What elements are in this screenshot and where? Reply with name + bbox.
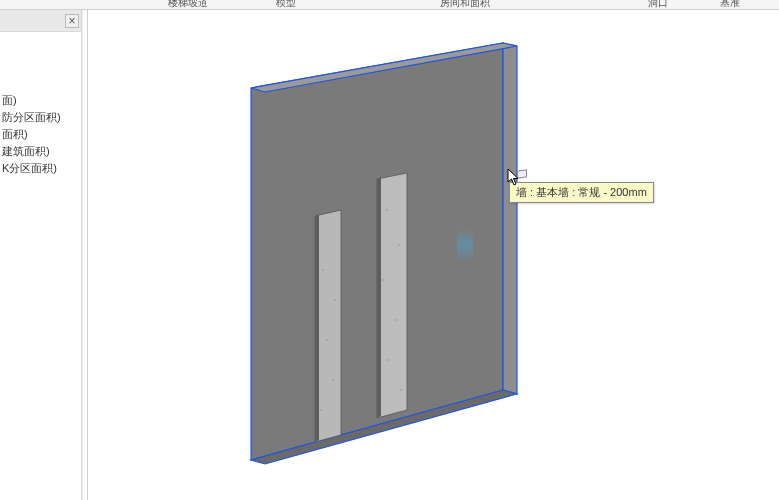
ribbon-group-room-area: 房间和面积 — [440, 0, 490, 10]
svg-point-4 — [320, 409, 321, 410]
svg-point-10 — [400, 389, 401, 390]
tree-item[interactable]: 面积) — [0, 126, 81, 143]
svg-point-5 — [386, 209, 387, 210]
svg-point-1 — [334, 299, 335, 300]
svg-point-8 — [394, 319, 395, 320]
model-canvas[interactable] — [83, 10, 779, 500]
ribbon-group-opening: 洞口 — [648, 0, 668, 10]
tooltip-text: 墙 : 基本墙 : 常规 - 200mm — [516, 186, 647, 198]
svg-point-2 — [326, 339, 327, 340]
tree-item[interactable]: 面) — [0, 92, 81, 109]
tree-item[interactable]: K分区面积) — [0, 160, 81, 177]
svg-point-3 — [332, 379, 333, 380]
tree-item[interactable]: 建筑面积) — [0, 143, 81, 160]
wall-recess-left-side — [315, 214, 319, 442]
drawing-viewport[interactable]: 墙 : 基本墙 : 常规 - 200mm — [82, 10, 779, 500]
panel-header: × — [0, 10, 81, 32]
ribbon-group-labels: 楼梯坡道 模型 房间和面积 洞口 基准 — [0, 0, 779, 10]
svg-point-9 — [388, 359, 389, 360]
properties-panel: × 面) 防分区面积) 面积) 建筑面积) K分区面积) — [0, 10, 82, 500]
svg-point-0 — [322, 269, 323, 270]
wall-recess-right-side — [377, 177, 381, 418]
svg-point-7 — [382, 279, 383, 280]
tree-item[interactable]: 防分区面积) — [0, 109, 81, 126]
wall-recess-right[interactable] — [377, 173, 407, 418]
svg-point-6 — [398, 244, 399, 245]
wall-right-face[interactable] — [503, 43, 517, 394]
close-icon: × — [68, 14, 75, 28]
project-browser-tree[interactable]: 面) 防分区面积) 面积) 建筑面积) K分区面积) — [0, 32, 81, 177]
hover-tooltip: 墙 : 基本墙 : 常规 - 200mm — [509, 182, 654, 203]
ribbon-group-datum: 基准 — [720, 0, 740, 10]
panel-close-button[interactable]: × — [65, 14, 79, 28]
ribbon-group-stairs: 楼梯坡道 — [168, 0, 208, 10]
ribbon-group-model: 模型 — [276, 0, 296, 10]
